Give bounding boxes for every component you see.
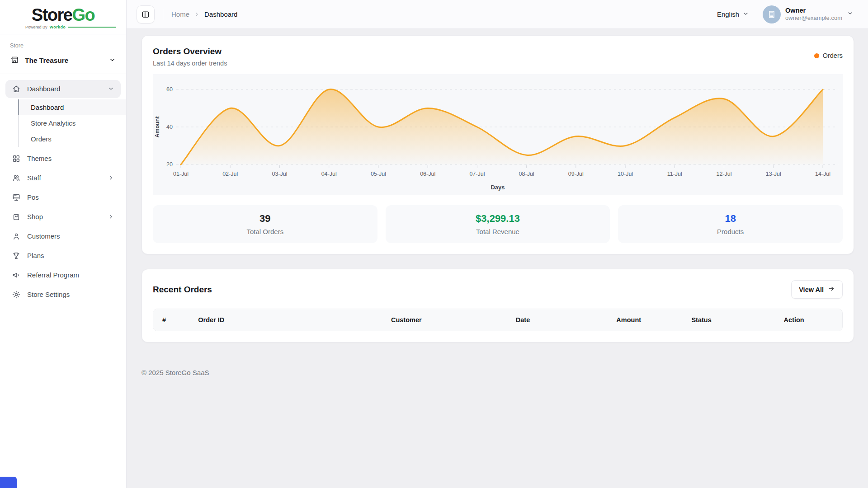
stat-value: $3,299.13 [393,213,603,225]
store-section-label: Store [10,42,116,49]
stat-total-orders: 39 Total Orders [153,205,377,243]
sidebar: StoreGo Powered By Workdo Store The Trea… [0,0,127,488]
stat-total-revenue: $3,299.13 Total Revenue [386,205,610,243]
brand-logo: StoreGo Powered By Workdo [0,0,126,34]
svg-text:08-Jul: 08-Jul [519,171,534,177]
page-content: Orders Overview Last 14 days order trend… [127,29,868,488]
sidebar-item-label: Staff [27,174,41,182]
view-all-button[interactable]: View All [791,280,843,299]
orders-overview-card: Orders Overview Last 14 days order trend… [142,35,854,254]
stat-label: Products [625,228,835,235]
sidebar-item-label: Themes [27,155,52,162]
stat-products: 18 Products [618,205,843,243]
svg-text:07-Jul: 07-Jul [469,171,485,177]
brand-name: StoreGo [10,6,116,25]
svg-text:03-Jul: 03-Jul [272,171,287,177]
users-icon [12,174,21,183]
orders-overview-title: Orders Overview [153,47,227,56]
user-email: owner@example.com [785,14,842,22]
svg-text:Amount: Amount [154,116,160,138]
chevron-right-icon [108,174,114,181]
store-selector[interactable]: The Treasure [10,55,116,66]
orders-table-header: #Order IDCustomerDateAmountStatusAction [153,309,842,331]
chevron-right-icon [108,213,114,220]
chevron-down-icon [847,10,854,19]
column-header-order-id: Order ID [189,309,382,331]
column-header-action: Action [775,309,842,331]
orders-overview-subtitle: Last 14 days order trends [153,60,227,67]
sidebar-item-shop[interactable]: Shop [5,208,121,226]
sidebar-item-label: Store Settings [27,291,70,298]
user-icon [12,232,21,241]
store-section: Store The Treasure [0,34,126,74]
sidebar-toggle-button[interactable] [137,5,155,23]
svg-text:Days: Days [491,184,505,191]
sidebar-item-pos[interactable]: Pos [5,188,121,206]
floating-widget-button[interactable] [0,477,17,488]
chevron-right-icon [194,11,200,17]
megaphone-icon [12,271,21,280]
sidebar-subitem-store-analytics[interactable]: Store Analytics [18,115,126,131]
chart-legend: Orders [814,52,843,59]
sidebar-item-customers[interactable]: Customers [5,227,121,245]
arrow-right-icon [828,285,835,294]
svg-text:11-Jul: 11-Jul [667,171,682,177]
sidebar-item-plans[interactable]: Plans [5,247,121,265]
footer-copyright: © 2025 StoreGo SaaS [142,343,854,385]
stat-label: Total Orders [160,228,370,235]
svg-text:04-Jul: 04-Jul [321,171,337,177]
recent-orders-card: Recent Orders View All #Order IDCustomer… [142,269,854,343]
recent-orders-title: Recent Orders [153,285,212,295]
column-header-amount: Amount [607,309,682,331]
sidebar-item-label: Shop [27,213,43,221]
store-name: The Treasure [25,56,69,65]
legend-label: Orders [823,52,843,59]
sidebar-item-label: Customers [27,232,60,240]
main-area: Home Dashboard English Owner owner@examp… [127,0,868,488]
topbar-divider [163,9,163,20]
sidebar-item-label: Pos [27,193,39,201]
topbar-right: English Owner owner@example.com [717,5,854,23]
home-icon [12,84,21,94]
stat-value: 18 [625,213,835,225]
sidebar-item-label: Plans [27,252,44,259]
breadcrumb-home[interactable]: Home [171,10,189,18]
svg-text:02-Jul: 02-Jul [222,171,238,177]
language-selector[interactable]: English [717,10,749,19]
sidebar-item-referral-program[interactable]: Referral Program [5,266,121,284]
sidebar-item-store-settings[interactable]: Store Settings [5,286,121,304]
svg-text:01-Jul: 01-Jul [173,171,189,177]
svg-text:13-Jul: 13-Jul [766,171,781,177]
svg-text:05-Jul: 05-Jul [371,171,386,177]
user-menu[interactable]: Owner owner@example.com [763,5,854,23]
sidebar-submenu: DashboardStore AnalyticsOrders [18,99,126,147]
sidebar-subitem-orders[interactable]: Orders [18,131,126,147]
column-header-num: # [153,309,189,331]
sidebar-item-label: Dashboard [27,85,60,93]
powered-by: Powered By Workdo [10,25,116,29]
avatar [763,5,781,23]
stat-value: 39 [160,213,370,225]
sidebar-subitem-dashboard[interactable]: Dashboard [18,99,126,115]
chevron-down-icon [108,56,116,66]
topbar: Home Dashboard English Owner owner@examp… [127,0,868,29]
sidebar-item-label: Referral Program [27,271,79,279]
chevron-down-icon [108,85,114,92]
sidebar-item-dashboard[interactable]: Dashboard [5,80,121,98]
svg-text:20: 20 [166,161,173,168]
column-header-customer: Customer [382,309,507,331]
grid-icon [12,154,21,163]
legend-dot [814,53,819,58]
svg-text:06-Jul: 06-Jul [420,171,435,177]
svg-text:14-Jul: 14-Jul [815,171,830,177]
svg-text:09-Jul: 09-Jul [568,171,584,177]
sidebar-nav: DashboardDashboardStore AnalyticsOrdersT… [0,74,126,304]
user-name: Owner [785,6,842,14]
sidebar-item-staff[interactable]: Staff [5,169,121,187]
breadcrumb-current: Dashboard [204,10,237,18]
sidebar-item-themes[interactable]: Themes [5,150,121,168]
svg-text:12-Jul: 12-Jul [716,171,731,177]
stats-row: 39 Total Orders $3,299.13 Total Revenue … [153,205,843,243]
svg-text:60: 60 [166,86,173,93]
trophy-icon [12,251,21,260]
